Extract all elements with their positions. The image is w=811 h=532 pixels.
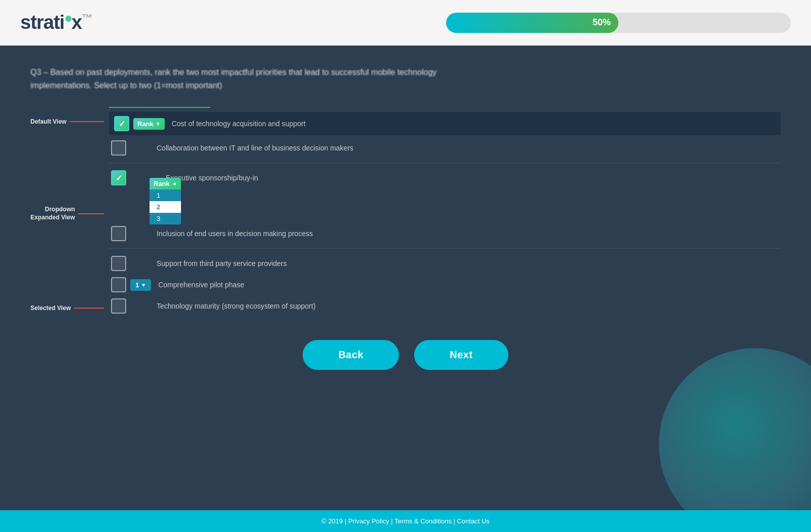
checkbox-1[interactable]: ✓ [114,116,129,131]
survey-item-7: Technology maturity (strong ecosystem of… [109,298,781,314]
item-text-7: Technology maturity (strong ecosystem of… [157,302,316,310]
rank-selected-6[interactable]: 1 ▼ [130,279,151,291]
checkbox-3[interactable]: ✓ [111,170,126,185]
logo: stratix™ [20,12,92,33]
checkbox-7[interactable] [111,298,126,314]
item-text-5: Support from third party service provide… [157,259,287,268]
rank-dropdown-label-1: Rank [137,120,154,128]
dropdown-header-arrow: ◄ [172,181,177,186]
dropdown-header-label: Rank [154,180,170,187]
checkmark-1: ✓ [119,119,125,129]
rank-dropdown-1[interactable]: Rank ▼ [133,118,165,130]
question-text: Q3 – Based on past deployments, rank the… [30,66,487,92]
checkbox-5[interactable] [111,256,126,271]
main-content: Q3 – Based on past deployments, rank the… [0,46,811,510]
rank-dropdown-arrow-1: ▼ [156,121,161,127]
separator-2 [109,248,781,249]
dropdown-option-1[interactable]: 1 [150,189,181,201]
annotations-column: Default View DropdownExpanded View Selec… [30,107,104,320]
next-button[interactable]: Next [414,340,508,370]
survey-item-1: ✓ Rank ▼ Cost of technology acquisition … [109,112,781,135]
selected-view-label: Selected View [30,305,71,312]
checkbox-2[interactable] [111,140,126,156]
item-text-2: Collaboration between IT and line of bus… [157,144,353,152]
survey-item-2: Collaboration between IT and line of bus… [109,140,781,156]
progress-bar-background: 50% [446,13,791,33]
selected-view-annotation: Selected View [30,305,104,312]
checkmark-3: ✓ [116,173,122,183]
dropdown-expanded-label: DropdownExpanded View [30,206,75,221]
logo-dot [65,16,71,22]
dropdown-expanded-annotation: DropdownExpanded View [30,206,104,221]
selected-view-line [74,308,104,309]
dropdown-label-row: DropdownExpanded View [30,206,104,221]
item-text-4: Inclusion of end users in decision makin… [157,230,313,238]
default-view-line [69,121,104,122]
item-text-6: Comprehensive pilot phase [158,281,244,289]
nav-buttons: Back Next [30,340,781,370]
item-text-1: Cost of technology acquisition and suppo… [172,120,306,128]
decorative-circle [659,348,811,510]
dropdown-option-3[interactable]: 3 [150,213,181,224]
dropdown-expanded-line [78,213,104,214]
checkbox-6[interactable] [111,277,126,292]
rank-selected-value-6: 1 [135,281,139,289]
separator-1 [109,163,781,163]
footer-text: © 2019 | Privacy Policy | Terms & Condit… [321,517,490,525]
rank-selected-arrow-6: ▼ [141,282,146,288]
items-column: ✓ Rank ▼ Cost of technology acquisition … [104,107,781,320]
survey-item-5: Support from third party service provide… [109,256,781,271]
dropdown-option-2[interactable]: 2 [150,201,181,213]
default-view-label: Default View [30,118,66,125]
default-view-underline [109,107,210,108]
back-button[interactable]: Back [303,340,399,370]
checkbox-4[interactable] [111,226,126,241]
survey-item-6: 1 ▼ Comprehensive pilot phase [109,277,781,292]
dropdown-header-3: Rank ◄ [150,178,181,189]
progress-bar-fill: 50% [446,13,618,33]
survey-container: Default View DropdownExpanded View Selec… [30,107,781,320]
footer: © 2019 | Privacy Policy | Terms & Condit… [0,510,811,532]
survey-item-4: Inclusion of end users in decision makin… [109,226,781,241]
survey-item-3: ✓ Rank ◄ 1 2 3 Executive sponsorship/buy… [109,170,781,185]
header: stratix™ 50% [0,0,811,46]
default-view-annotation: Default View [30,118,104,125]
dropdown-menu-3[interactable]: Rank ◄ 1 2 3 [150,178,181,224]
progress-bar-container: 50% [446,13,791,33]
logo-text: stratix™ [20,12,92,33]
progress-label: 50% [593,17,611,28]
